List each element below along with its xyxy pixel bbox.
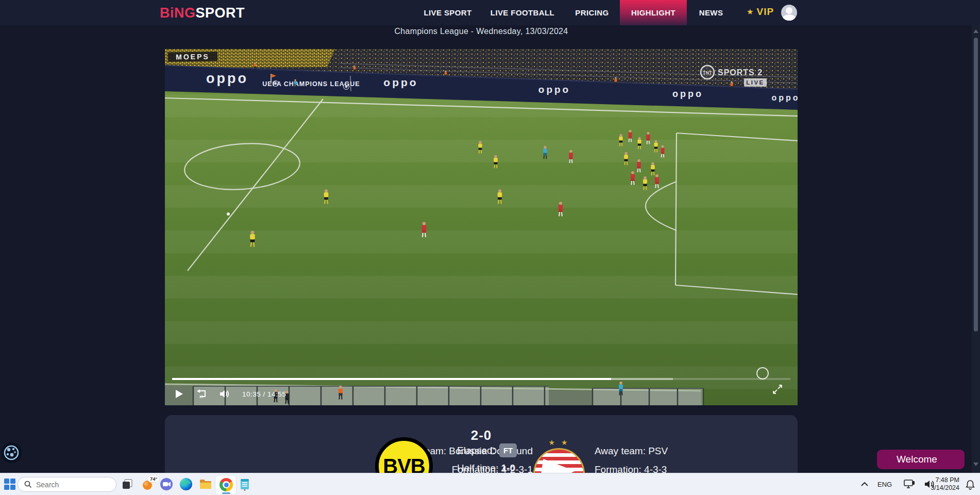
scroll-down-arrow[interactable] <box>973 463 978 466</box>
play-button[interactable] <box>175 389 183 399</box>
temperature-badge: 74° <box>147 475 160 483</box>
edge-icon <box>179 477 193 491</box>
file-explorer-button[interactable] <box>199 477 213 491</box>
network-button[interactable] <box>903 479 917 493</box>
elapsed-label: Elapsed: <box>457 445 495 456</box>
search-input[interactable] <box>36 481 108 489</box>
nav-item-pricing[interactable]: PRICING <box>575 0 609 25</box>
active-app-indicator <box>222 492 230 494</box>
chrome-icon <box>219 478 233 491</box>
site-logo[interactable]: BiNGSPORT <box>160 5 245 21</box>
vip-label: VIP <box>756 6 774 18</box>
video-player[interactable]: MOEPS oppo UEFA CHAMPIONS LEAGUE oppo op… <box>165 49 798 405</box>
chat-video-icon <box>160 477 173 491</box>
time-display: 10:35 / 14:55 <box>242 390 286 398</box>
score: 2-0 <box>165 427 798 443</box>
away-team-info: Away team: PSV Formation: 4-3-3 <box>595 445 668 475</box>
nav-item-news[interactable]: NEWS <box>699 0 723 25</box>
edge-button[interactable] <box>179 477 193 491</box>
search-icon <box>24 481 32 488</box>
video-progress-bar[interactable] <box>172 378 790 380</box>
film-reel-icon <box>4 445 19 460</box>
svg-text:MOEPS: MOEPS <box>176 52 210 61</box>
live-badge: LIVE <box>746 79 765 86</box>
away-team-label: Away team: PSV <box>595 445 668 457</box>
fan-banner: MOEPS <box>168 52 217 62</box>
scroll-up-arrow[interactable] <box>973 29 978 33</box>
language-indicator[interactable]: ENG <box>877 481 892 488</box>
support-widget-button[interactable] <box>1 442 22 463</box>
elapsed-badge: FT <box>499 443 517 457</box>
bell-icon <box>965 479 976 490</box>
ad-board-oppo: oppo <box>538 84 570 95</box>
ad-board-oppo: oppo <box>206 71 248 86</box>
clock-time: 7:48 PM <box>927 476 959 484</box>
hidden-icons-button[interactable] <box>860 480 874 493</box>
welcome-toast[interactable]: Welcome <box>877 450 965 469</box>
ad-board-oppo: oppo <box>383 76 418 88</box>
watermark-text: SPORTS 2 <box>718 68 763 77</box>
ball <box>227 212 230 216</box>
rewind-10-button[interactable]: 10 <box>196 389 207 399</box>
task-view-button[interactable] <box>121 477 134 491</box>
star-icon: ★ <box>747 7 753 16</box>
avatar-head <box>786 7 792 14</box>
weather-widget-button[interactable]: 74° <box>141 477 155 491</box>
chrome-button-active[interactable] <box>215 475 236 495</box>
scrollbar-thumb[interactable] <box>974 38 978 332</box>
match-status: Elapsed:FT Half time: 1-0 <box>457 443 517 474</box>
taskbar-clock[interactable]: 7:48 PM 3/14/2024 <box>927 476 959 492</box>
ad-board-oppo: oppo <box>771 93 798 102</box>
network-icon <box>903 479 916 489</box>
vip-button[interactable]: ★ VIP <box>747 6 774 18</box>
away-team-stars: ★ ★ <box>533 438 585 447</box>
logo-secondary: SPORT <box>196 5 245 21</box>
desktop: BiNGSPORT LIVE SPORT LIVE FOOTBALL PRICI… <box>0 0 980 495</box>
nav-item-highlight[interactable]: HIGHLIGHT <box>620 0 687 25</box>
nav-item-live-sport[interactable]: LIVE SPORT <box>424 0 471 25</box>
logo-primary: BiNG <box>160 5 196 21</box>
nav-item-live-football[interactable]: LIVE FOOTBALL <box>491 0 554 25</box>
chevron-up-icon <box>860 482 869 487</box>
clock-date: 3/14/2024 <box>927 484 959 492</box>
page-scrollbar[interactable] <box>972 25 980 473</box>
svg-text:10: 10 <box>199 395 204 399</box>
avatar-body <box>783 14 796 21</box>
task-view-icon <box>121 477 134 491</box>
progress-fill <box>172 378 611 380</box>
windows-logo-icon <box>3 477 16 491</box>
fullscreen-button[interactable] <box>772 384 783 397</box>
match-video-frame: MOEPS oppo UEFA CHAMPIONS LEAGUE oppo op… <box>165 49 798 405</box>
windows-taskbar: 74° <box>0 473 980 495</box>
volume-button[interactable] <box>219 389 230 399</box>
ad-board-oppo: oppo <box>672 89 703 99</box>
site-navbar: BiNGSPORT LIVE SPORT LIVE FOOTBALL PRICI… <box>0 0 980 25</box>
player-controls: 10 10:35 / 14:55 <box>175 389 286 399</box>
half-time-value: 1-0 <box>501 463 515 473</box>
tnt-logo: TNT <box>703 70 712 75</box>
taskbar-search[interactable] <box>18 477 116 492</box>
match-subtitle: Champions League - Wednesday, 13/03/2024 <box>165 27 798 36</box>
folder-icon <box>199 477 212 491</box>
user-avatar[interactable] <box>781 5 797 21</box>
start-button[interactable] <box>3 477 17 491</box>
notepad-icon <box>238 477 251 491</box>
half-time-label: Half time: <box>457 463 498 473</box>
chat-button[interactable] <box>160 477 174 491</box>
notepad-button[interactable] <box>238 477 252 491</box>
notifications-button[interactable] <box>965 479 978 493</box>
